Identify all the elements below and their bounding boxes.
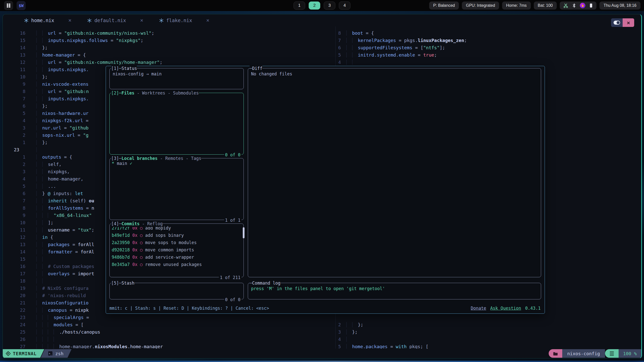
line-number: 17 bbox=[3, 270, 30, 277]
mode-segment: V TERMINAL bbox=[3, 349, 44, 358]
flame-icon[interactable] bbox=[580, 3, 585, 8]
tab-label: home.nix bbox=[31, 18, 54, 23]
panel-diff-title: ─Diff bbox=[250, 65, 262, 72]
branches-count: 1 of 1 bbox=[224, 218, 242, 223]
commit-row[interactable]: 2a23950 0x ○ move sops to modules bbox=[112, 239, 242, 246]
line-number: 16 bbox=[3, 29, 30, 37]
commit-graph-icon: ○ bbox=[140, 247, 143, 252]
commit-row[interactable]: 9486b7d 0x ○ add service-wrapper bbox=[112, 254, 242, 261]
commit-hash: 2a23950 bbox=[112, 240, 130, 245]
line-number: 23 bbox=[3, 314, 30, 321]
bluetooth-icon[interactable] bbox=[572, 3, 576, 8]
panel-command-log[interactable]: ─Command log press 'M' in the files pane… bbox=[248, 283, 541, 299]
line-number: 24 bbox=[3, 321, 30, 328]
status-pill: P: Balanced bbox=[429, 2, 459, 10]
tab-close-icon[interactable]: × bbox=[140, 17, 143, 23]
scissors-icon[interactable] bbox=[563, 3, 568, 8]
panel-diff[interactable]: ─Diff No changed files bbox=[248, 68, 541, 277]
commit-hash: d920218 bbox=[112, 247, 130, 252]
workspace-mode-label: $W bbox=[19, 3, 23, 8]
toggle-button[interactable] bbox=[611, 18, 623, 27]
shell-segment: >_ zsh bbox=[41, 349, 72, 358]
files-count: 0 of 0 bbox=[224, 152, 242, 157]
commit-message: remove unused packages bbox=[143, 262, 202, 267]
workspace-mode-badge[interactable]: $W bbox=[17, 1, 26, 10]
stash-count: 0 of 0 bbox=[224, 297, 242, 302]
line-number: 5 bbox=[3, 110, 30, 117]
ask-question-link[interactable]: Ask Question bbox=[490, 304, 521, 312]
panel-title: Commits bbox=[122, 220, 140, 227]
tab-close-icon[interactable]: × bbox=[206, 17, 210, 23]
panel-tabs[interactable]: - Worktrees - Submodules bbox=[134, 90, 199, 96]
commit-graph-icon: ○ bbox=[140, 262, 143, 267]
commit-badge: 0x bbox=[130, 255, 140, 260]
repo-segment[interactable]: nixos-config bbox=[562, 349, 605, 358]
app-launcher-button[interactable] bbox=[4, 1, 13, 10]
phone-icon[interactable] bbox=[589, 3, 593, 8]
code-line: 23 specialArgs = bbox=[3, 314, 335, 321]
status-pills: P: BalancedGPU: IntegratedHome: 7msBat: … bbox=[429, 2, 557, 10]
commits-scrollbar[interactable] bbox=[243, 227, 245, 238]
code-line: 2 }; bbox=[336, 321, 641, 328]
panel-key: [5] bbox=[111, 280, 119, 286]
line-number: 10 bbox=[3, 73, 30, 80]
repo-label: nixos-config bbox=[567, 351, 600, 356]
commit-row[interactable]: 8e345a7 0x ○ remove unused packages bbox=[112, 261, 242, 268]
code-line: 15 inputs.nixpkgs.follows = "nixpkgs"; bbox=[3, 37, 335, 44]
donate-link[interactable]: Donate bbox=[471, 304, 486, 312]
code-line: 8 boot = { bbox=[336, 29, 641, 37]
line-number: 7 bbox=[3, 95, 30, 102]
workspace-button-1[interactable]: 1 bbox=[294, 2, 305, 10]
nix-snowflake-icon bbox=[159, 18, 164, 23]
clock-label: Thu Aug 08, 18:16 bbox=[603, 3, 636, 8]
line-number: 27 bbox=[3, 343, 30, 349]
code-line: 5 initrd.systemd.enable = true; bbox=[336, 51, 641, 59]
panel-stash-title: [5]─Stash bbox=[111, 280, 134, 286]
commit-row[interactable]: b49ef1d 0x ○ add sops binary bbox=[112, 232, 242, 239]
panel-tabs[interactable]: - Reflog bbox=[140, 220, 163, 227]
line-number: 9 bbox=[3, 80, 30, 88]
commit-row[interactable]: d920218 0x ○ move common imports bbox=[112, 246, 242, 254]
line-number: 26 bbox=[3, 336, 30, 343]
tab-home.nix[interactable]: home.nix× bbox=[24, 17, 71, 23]
panel-stash[interactable]: [5]─Stash 0 of 0 bbox=[109, 283, 244, 299]
line-number: 15 bbox=[3, 255, 30, 263]
commit-badge: 0x bbox=[130, 247, 140, 252]
scroll-percent-label: 100 % bbox=[623, 351, 637, 356]
line-number: 1 bbox=[3, 139, 30, 146]
workspace-button-3[interactable]: 3 bbox=[324, 2, 335, 10]
lazygit-window: [1]─Status nixos-config → main [2]─Files… bbox=[106, 66, 545, 314]
code-line: 24 modules = [ bbox=[3, 321, 335, 328]
line-number: 6 bbox=[3, 190, 30, 197]
panel-title: Command log bbox=[252, 280, 280, 286]
panel-commits[interactable]: [4]─Commits - Reflog 2717f2f 0x ○ add mo… bbox=[109, 223, 244, 277]
tab-close-icon[interactable]: × bbox=[68, 17, 72, 23]
window-close-button[interactable]: × bbox=[623, 18, 634, 27]
right-pane-bottom-lines: 2 };3 };4 5 home.packages = with pkgs; [ bbox=[336, 321, 641, 349]
panel-key: [3] bbox=[111, 155, 119, 162]
panel-key: [1] bbox=[111, 65, 119, 72]
code-line: 4 bbox=[336, 59, 641, 66]
line-number: 16 bbox=[3, 263, 30, 270]
code-line: 3 }; bbox=[336, 328, 641, 336]
line-number: 14 bbox=[3, 44, 30, 51]
status-pill: Bat: 100 bbox=[534, 2, 557, 10]
workspace-button-4[interactable]: 4 bbox=[339, 2, 350, 10]
commit-badge: 0x bbox=[130, 240, 140, 245]
tab-default.nix[interactable]: default.nix× bbox=[87, 17, 143, 23]
branch-name: main bbox=[117, 161, 127, 166]
panel-tabs[interactable]: - Remotes - Tags bbox=[157, 155, 201, 162]
panel-title: Local branches bbox=[122, 155, 157, 162]
tab-flake.nix[interactable]: flake.nix× bbox=[159, 17, 210, 23]
commit-message: add service-wrapper bbox=[143, 255, 194, 260]
workspace-button-2[interactable]: 2 bbox=[309, 2, 320, 10]
panel-files-title: [2]─Files - Worktrees - Submodules bbox=[111, 90, 199, 96]
panel-command-log-title: ─Command log bbox=[250, 280, 280, 286]
panel-title: Status bbox=[122, 65, 137, 72]
panel-files[interactable]: [2]─Files - Worktrees - Submodules 0 of … bbox=[109, 93, 244, 155]
panel-status[interactable]: [1]─Status nixos-config → main bbox=[109, 68, 244, 89]
panel-branches[interactable]: [3]─Local branches - Remotes - Tags * ma… bbox=[109, 158, 244, 220]
clock-pill[interactable]: Thu Aug 08, 18:16 bbox=[599, 2, 640, 10]
panel-title: Diff bbox=[252, 65, 262, 72]
shell-label: zsh bbox=[55, 351, 64, 356]
